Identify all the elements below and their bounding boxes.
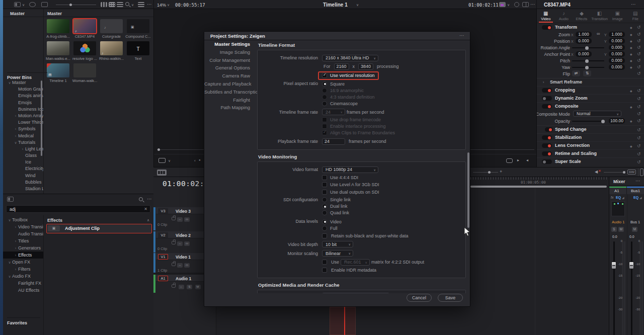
tree-chevron-icon[interactable]: ∨ (13, 139, 18, 146)
rotation-input[interactable]: 0.000 (609, 45, 625, 50)
a1-fader-track[interactable] (613, 241, 615, 335)
back-icon[interactable]: ‹ (194, 158, 196, 163)
power-bins-header[interactable]: Power Bins (7, 72, 47, 80)
panel-toggle-icon[interactable] (7, 197, 14, 202)
bins-scrollbar[interactable] (41, 80, 42, 156)
radio-icon[interactable] (322, 101, 327, 106)
checkbox-icon[interactable] (322, 130, 327, 135)
clip-thumbnail[interactable]: ▣ (127, 19, 149, 33)
bin-item[interactable]: Ice (3, 159, 43, 165)
clip-thumbnail[interactable]: ▤ (47, 63, 69, 77)
media-pool-divider[interactable] (43, 9, 44, 194)
timeline-frame-rate-dropdown[interactable]: 24 (322, 109, 345, 115)
timeline-horizontal-scrollbar[interactable] (470, 186, 607, 188)
reset-icon[interactable]: ↺ (637, 64, 641, 69)
effects-tree-item[interactable]: ›Video Transitions (3, 223, 43, 230)
timeline-resolution-dropdown[interactable]: 2160 x 3840 Ultra HD (322, 55, 378, 61)
video-format-dropdown[interactable]: HD 1080p 24 (322, 166, 378, 173)
dialog-nav-item[interactable]: General Options (204, 64, 257, 72)
tree-chevron-icon[interactable]: › (13, 238, 18, 244)
reset-icon[interactable]: ↺ (637, 143, 641, 148)
effects-tree-item[interactable]: AU Effects (3, 287, 43, 294)
tree-chevron-icon[interactable]: › (13, 113, 18, 119)
filmstrip-view-icon[interactable] (101, 2, 107, 7)
dialog-titlebar[interactable]: Project Settings: Zeigen ⋯ (204, 32, 470, 40)
v-resolution-input[interactable]: 3840 (358, 63, 373, 70)
playback-frame-rate-input[interactable]: 24 (322, 138, 345, 145)
mixer-toggle-icon[interactable] (640, 169, 643, 176)
composite-toggle[interactable] (542, 104, 552, 109)
tree-chevron-icon[interactable]: ∨ (7, 217, 12, 223)
radio-icon[interactable] (322, 197, 327, 202)
clip-thumbnail[interactable] (73, 41, 96, 55)
tree-chevron-icon[interactable]: › (13, 224, 18, 230)
tree-chevron-icon[interactable]: › (13, 266, 18, 273)
track-name[interactable]: Video 3 (176, 209, 191, 214)
bin-item[interactable]: Lower Thirds (3, 119, 43, 126)
panel-toggle-icon[interactable] (14, 2, 21, 7)
tree-chevron-icon[interactable]: › (13, 126, 18, 132)
track-name[interactable]: Audio 1 (176, 276, 191, 281)
prev-frame-icon[interactable]: ◂ (526, 158, 528, 162)
reset-icon[interactable]: ↺ (637, 38, 641, 43)
effects-tree-item[interactable]: Fairlight FX (3, 280, 43, 287)
chevron-down-icon[interactable]: ∨ (22, 3, 25, 7)
radio-icon[interactable] (322, 226, 327, 231)
radio-option[interactable]: 16:9 anamorphic (322, 88, 375, 94)
lock-icon[interactable] (172, 284, 176, 288)
cache-row-dropdown[interactable]: Half (322, 293, 389, 293)
reset-icon[interactable]: ↺ (637, 88, 641, 93)
bin-item[interactable]: Stadion Light (3, 186, 43, 192)
tree-chevron-icon[interactable]: › (13, 252, 18, 259)
tree-chevron-icon[interactable]: › (13, 245, 18, 252)
viewer-zoom-level[interactable]: 14% (157, 3, 166, 8)
radio-option[interactable]: Square (322, 81, 375, 87)
camera-format-icon[interactable] (499, 2, 506, 7)
inspector-tab[interactable]: ♪ Audio (555, 9, 573, 23)
chevron-right-icon[interactable]: › (543, 80, 544, 84)
track-badge[interactable]: V1 (158, 254, 168, 260)
checkbox-option[interactable]: Use Level A for 3Gb SDI (322, 182, 379, 188)
radio-option[interactable]: 4:3 standard definition (322, 94, 375, 100)
reset-icon[interactable]: ↺ (637, 111, 641, 116)
clip-thumbnail[interactable]: T (127, 41, 149, 55)
reset-icon[interactable]: ↺ (637, 118, 641, 123)
thumb-size-slider-handle[interactable] (69, 4, 72, 6)
link-icon[interactable]: ∞ (597, 31, 600, 36)
dialog-nav-item[interactable]: Master Settings (204, 40, 257, 48)
use-matrix-checkbox[interactable] (322, 260, 327, 265)
use-vertical-resolution-checkbox[interactable] (322, 73, 327, 78)
hdr-metadata-checkbox[interactable] (322, 268, 327, 273)
composite-section[interactable]: Composite ◆ ↺ (537, 102, 644, 110)
anchor-x-input[interactable]: 0.000 (576, 51, 592, 57)
clip-thumbnail[interactable]: ♪ (100, 41, 123, 55)
retain-subblack-checkbox[interactable] (322, 233, 327, 238)
timeline-selector[interactable]: Timeline 1 (323, 2, 348, 8)
bin-item[interactable]: Electricity (3, 165, 43, 172)
opacity-slider[interactable] (572, 121, 604, 122)
pan-control[interactable] (611, 201, 625, 216)
link-bins-icon[interactable] (29, 2, 36, 7)
clip-thumbnail[interactable] (47, 41, 69, 55)
inspector-tab[interactable]: ▣ Image (608, 9, 626, 23)
reset-icon[interactable]: ↺ (637, 151, 641, 156)
media-clip[interactable]: Woman-walk... (71, 63, 98, 83)
bus1-eq-button[interactable]: EQ (633, 196, 638, 199)
solo-button[interactable]: S (187, 285, 192, 289)
checkbox-icon[interactable] (322, 124, 327, 129)
timeline-view-icon[interactable] (157, 170, 167, 176)
effects-search-input[interactable] (10, 206, 130, 212)
media-clip[interactable]: A-frog-climb... (45, 19, 71, 39)
dialog-nav-item[interactable]: Subtitles and Transcription (204, 88, 257, 96)
monitor-scaling-dropdown[interactable]: Bilinear (322, 250, 353, 257)
inspector-tab[interactable]: ▦ Video (537, 9, 555, 23)
h-resolution-input[interactable]: 2160 (334, 63, 349, 70)
effects-tree-item[interactable]: ›Titles (3, 237, 43, 244)
effects-tree-item[interactable]: ∨Toolbox (3, 216, 43, 223)
chevron-down-icon[interactable]: ∨ (356, 3, 359, 7)
list-view-icon[interactable] (117, 2, 123, 7)
matrix-dropdown[interactable]: Rec.601 (341, 259, 370, 266)
yaw-slider[interactable] (572, 67, 604, 68)
adjustment-clip-item[interactable]: ▣ Adjustment Clip (46, 224, 152, 233)
a1-strip-tab[interactable]: A1 (614, 189, 619, 193)
